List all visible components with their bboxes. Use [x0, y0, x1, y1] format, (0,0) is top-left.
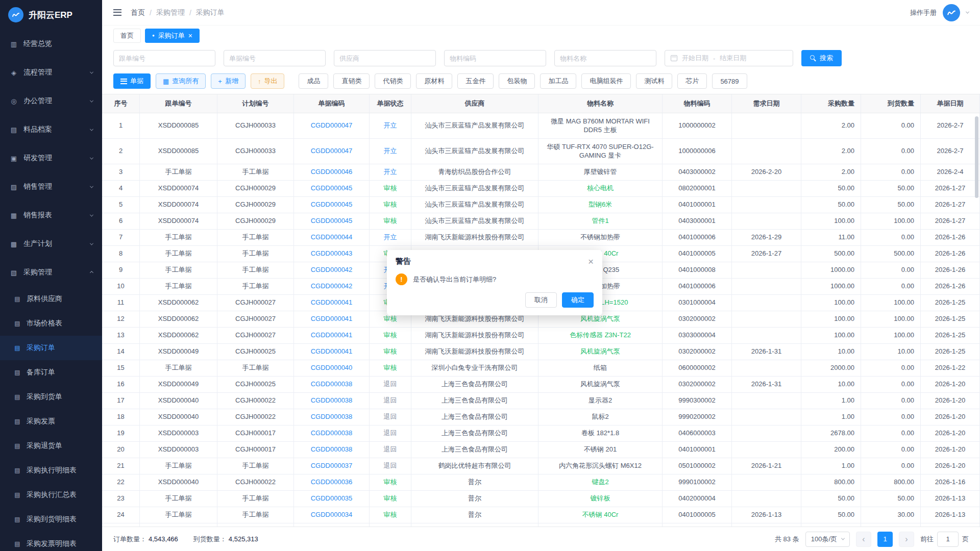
table-row[interactable]: 20XSDD000003CGJH000017CGDD000038退回上海三色食品… — [102, 442, 980, 458]
doc-code-link[interactable]: CGDD000034 — [294, 507, 370, 523]
avatar[interactable] — [943, 4, 960, 21]
page-1-button[interactable]: 1 — [877, 532, 893, 547]
tab-home[interactable]: 首页 — [113, 29, 141, 43]
sidebar-item-purchase[interactable]: ▧采购管理 — [0, 258, 102, 287]
sidebar-item-office[interactable]: ◎办公管理 — [0, 87, 102, 115]
doc-code-link[interactable]: CGDD000036 — [294, 474, 370, 490]
doc-code-link[interactable]: CGDD000038 — [294, 409, 370, 425]
table-row[interactable]: 25XSDD000046CGJH000021CGDD000033审核普尔同步带件… — [102, 523, 980, 527]
table-row[interactable]: 16XSDD000049CGJH000025CGDD000038退回上海三色食品… — [102, 377, 980, 393]
category-button[interactable]: 56789 — [712, 73, 747, 89]
sidebar-subitem[interactable]: ▤采购发票明细表 — [0, 532, 102, 551]
sidebar-subitem[interactable]: ▤市场价格表 — [0, 311, 102, 336]
doc-code-link[interactable]: CGDD000038 — [294, 377, 370, 392]
filter-material-code-input[interactable] — [444, 50, 546, 66]
filter-doc-no-input[interactable] — [224, 50, 326, 66]
query-all-button[interactable]: ▦ 查询所有 — [156, 73, 206, 89]
category-button[interactable]: 原材料 — [416, 73, 452, 89]
table-row[interactable]: 24手工单据手工单据CGDD000034审核普尔不锈钢 40Cr04010000… — [102, 507, 980, 523]
category-button[interactable]: 加工品 — [540, 73, 576, 89]
doc-code-link[interactable]: CGDD000038 — [294, 393, 370, 409]
sidebar-item-process[interactable]: ◈流程管理 — [0, 58, 102, 87]
prev-page-button[interactable]: ‹ — [856, 532, 871, 547]
breadcrumb-item[interactable]: 首页 — [131, 8, 145, 17]
doc-code-link[interactable]: CGDD000037 — [294, 458, 370, 474]
goto-page-input[interactable] — [937, 532, 959, 547]
table-row[interactable]: 4XSDD000074CGJH000029CGDD000045审核汕头市三辰蓝猫… — [102, 181, 980, 197]
table-row[interactable]: 13XSDD000062CGJH000027CGDD000041审核湖南飞沃新能… — [102, 328, 980, 344]
doc-code-link[interactable]: CGDD000045 — [294, 181, 370, 196]
doc-code-link[interactable]: CGDD000045 — [294, 213, 370, 229]
table-row[interactable]: 6XSDD000074CGJH000029CGDD000045审核汕头市三辰蓝猫… — [102, 213, 980, 230]
category-button[interactable]: 电脑组装件 — [581, 73, 631, 89]
filter-supplier-input[interactable] — [334, 50, 436, 66]
doc-code-link[interactable]: CGDD000035 — [294, 491, 370, 507]
table-row[interactable]: 18XSDD000040CGJH000022CGDD000038退回上海三色食品… — [102, 409, 980, 425]
table-row[interactable]: 5XSDD000074CGJH000029CGDD000045审核汕头市三辰蓝猫… — [102, 197, 980, 213]
doc-code-link[interactable]: CGDD000047 — [294, 139, 370, 164]
sidebar-item-rd[interactable]: ▣研发管理 — [0, 144, 102, 172]
table-row[interactable]: 14XSDD000049CGJH000025CGDD000041审核湖南飞沃新能… — [102, 344, 980, 360]
doc-code-link[interactable]: CGDD000041 — [294, 295, 370, 311]
sidebar-subitem[interactable]: ▤采购执行汇总表 — [0, 483, 102, 507]
sidebar-item-production[interactable]: ▩生产计划 — [0, 230, 102, 258]
table-row[interactable]: 21手工单据手工单据CGDD000037退回鹤岗比优特超市有限公司内六角花形沉头… — [102, 458, 980, 474]
category-button[interactable]: 测试料 — [636, 73, 672, 89]
doc-code-link[interactable]: CGDD000038 — [294, 425, 370, 441]
sidebar-subitem[interactable]: ▤采购到货明细表 — [0, 507, 102, 532]
vertical-scrollbar[interactable] — [975, 116, 978, 198]
cancel-button[interactable]: 取消 — [525, 292, 557, 308]
manual-link[interactable]: 操作手册 — [910, 8, 937, 17]
confirm-button[interactable]: 确定 — [562, 292, 594, 308]
sidebar-item-sales[interactable]: ▨销售管理 — [0, 172, 102, 201]
page-size-select[interactable]: 100条/页 — [805, 532, 850, 547]
table-row[interactable]: 7手工单据手工单据CGDD000044开立湖南飞沃新能源科技股份有限公司不锈钢加… — [102, 230, 980, 246]
doc-code-link[interactable]: CGDD000046 — [294, 164, 370, 180]
category-button[interactable]: 芯片 — [677, 73, 707, 89]
doc-code-link[interactable]: CGDD000042 — [294, 279, 370, 294]
close-icon[interactable]: × — [588, 257, 594, 266]
chevron-down-icon[interactable] — [966, 10, 969, 14]
sidebar-item-sales-report[interactable]: ▦销售报表 — [0, 201, 102, 230]
add-button[interactable]: + 新增 — [211, 73, 246, 89]
doc-code-link[interactable]: CGDD000041 — [294, 328, 370, 343]
filter-material-name-input[interactable] — [554, 50, 656, 66]
doc-code-link[interactable]: CGDD000043 — [294, 246, 370, 262]
table-row[interactable]: 15手工单据手工单据CGDD000040审核深圳小白兔专业干洗有限公司纸箱060… — [102, 360, 980, 377]
close-tab-icon[interactable]: × — [188, 32, 192, 39]
table-row[interactable]: 2XSDD000085CGJH000033CGDD000047开立汕头市三辰蓝猫… — [102, 139, 980, 164]
sidebar-subitem[interactable]: ▤备库订单 — [0, 360, 102, 385]
sidebar-subitem[interactable]: ▤采购到货单 — [0, 385, 102, 409]
table-row[interactable]: 3手工单据手工单据CGDD000046开立青海纺织品股份合作公司厚壁镀锌管040… — [102, 164, 980, 181]
doc-code-link[interactable]: CGDD000047 — [294, 113, 370, 138]
doc-code-link[interactable]: CGDD000041 — [294, 311, 370, 327]
date-range-picker[interactable]: 开始日期 - 结束日期 — [665, 50, 793, 66]
doc-code-link[interactable]: CGDD000033 — [294, 523, 370, 527]
tab-purchase-orders[interactable]: ● 采购订单 × — [145, 29, 200, 43]
breadcrumb-item[interactable]: 采购订单 — [196, 8, 225, 17]
doc-code-link[interactable]: CGDD000038 — [294, 442, 370, 458]
search-button[interactable]: 搜索 — [801, 50, 842, 66]
sidebar-subitem[interactable]: ▤采购退货单 — [0, 434, 102, 458]
table-row[interactable]: 1XSDD000085CGJH000033CGDD000047开立汕头市三辰蓝猫… — [102, 113, 980, 139]
sidebar-subitem[interactable]: ▤采购订单 — [0, 336, 102, 360]
doc-code-link[interactable]: CGDD000042 — [294, 262, 370, 278]
document-button[interactable]: 单据 — [113, 73, 151, 89]
export-button[interactable]: ↑ 导出 — [251, 73, 285, 89]
table-row[interactable]: 19XSDD000003CGJH000017CGDD000038退回上海三色食品… — [102, 425, 980, 442]
filter-track-no-input[interactable] — [113, 50, 215, 66]
sidebar-subitem[interactable]: ▤原料供应商 — [0, 287, 102, 311]
category-button[interactable]: 包装物 — [499, 73, 535, 89]
sidebar-item-dashboard[interactable]: ▥经营总览 — [0, 30, 102, 58]
category-button[interactable]: 直销类 — [333, 73, 370, 89]
table-row[interactable]: 22XSDD000040CGJH000022CGDD000036审核普尔键盘29… — [102, 474, 980, 491]
category-button[interactable]: 成品 — [299, 73, 328, 89]
next-page-button[interactable]: › — [899, 532, 914, 547]
doc-code-link[interactable]: CGDD000044 — [294, 230, 370, 245]
breadcrumb-item[interactable]: 采购管理 — [156, 8, 185, 17]
table-row[interactable]: 17XSDD000040CGJH000022CGDD000038退回上海三色食品… — [102, 393, 980, 409]
sidebar-subitem[interactable]: ▤采购发票 — [0, 409, 102, 434]
category-button[interactable]: 五金件 — [457, 73, 494, 89]
doc-code-link[interactable]: CGDD000041 — [294, 344, 370, 360]
sidebar-subitem[interactable]: ▤采购执行明细表 — [0, 458, 102, 483]
